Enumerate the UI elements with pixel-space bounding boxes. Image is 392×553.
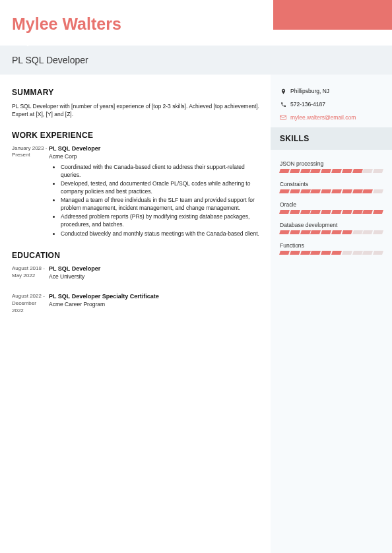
work-bullet: Addressed problem reports (PRs) by modif… [61,213,263,229]
skill-segment [310,251,321,255]
work-bullet: Developed, tested, and documented Oracle… [61,180,263,196]
skill-segment [331,169,342,173]
skill-bar [280,230,383,234]
location-text: Phillipsburg, NJ [290,88,329,94]
skill-bar [280,189,383,193]
skill-segment [290,189,300,193]
skill-segment [373,230,383,234]
skill-segment [331,230,342,234]
skill-segment [352,251,363,255]
skill-item: Functions [280,242,383,255]
skill-item: JSON processing [280,160,383,173]
skill-segment [342,210,352,214]
skill-segment [362,230,373,234]
skill-segment [310,210,321,214]
work-bullets: Coordinated with the Canada-based client… [49,164,263,238]
skill-segment [352,230,363,234]
phone-icon [280,101,286,108]
skill-segment [279,169,290,173]
work-section: WORK EXPERIENCE January 2023 - Present P… [12,131,263,240]
skill-bar [280,210,383,214]
summary-text: PL SQL Developer with [number of years] … [12,102,263,119]
skill-segment [321,189,331,193]
contact-email: mylee.walters@email.com [280,114,383,121]
skill-segment [279,189,290,193]
skill-segment [373,210,383,214]
edu-date: August 2022 - December 2022 [12,293,49,314]
svg-rect-0 [280,115,286,120]
skill-segment [331,251,342,255]
education-entry: August 2022 - December 2022 PL SQL Devel… [12,293,263,314]
skill-item: Constraints [280,181,383,193]
skill-bar [280,169,383,173]
skill-segment [310,189,321,193]
education-heading: EDUCATION [12,251,263,260]
email-text: mylee.walters@email.com [290,114,356,121]
skill-segment [321,251,331,255]
skill-segment [300,210,311,214]
sidebar-column: Phillipsburg, NJ 572-136-4187 mylee.walt… [271,75,392,553]
work-bullet: Conducted biweekly and monthly status me… [61,230,263,238]
edu-title: PL SQL Developer Specialty Certificate [49,293,263,300]
skill-segment [342,189,352,193]
skill-segment [352,169,363,173]
skill-segment [362,251,373,255]
skill-segment [373,251,383,255]
skill-segment [279,251,290,255]
skill-segment [342,251,352,255]
skill-segment [373,189,383,193]
skill-segment [321,230,331,234]
skill-segment [279,210,290,214]
edu-school: Ace University [49,273,263,280]
work-bullet: Managed a team of three individuals in t… [61,197,263,212]
edu-title: PL SQL Developer [49,265,263,272]
skill-segment [310,169,321,173]
skill-segment [300,251,311,255]
skill-segment [290,169,300,173]
skill-segment [342,230,352,234]
work-date: January 2023 - Present [12,145,49,240]
skills-header-bar: SKILLS [271,127,392,150]
skill-segment [290,230,300,234]
summary-heading: SUMMARY [12,88,263,97]
skill-segment [321,210,331,214]
skill-segment [321,169,331,173]
skill-segment [362,189,373,193]
education-entry: August 2018 - May 2022 PL SQL Developer … [12,265,263,284]
skill-segment [362,169,373,173]
skill-name: Constraints [280,181,383,187]
skill-item: Database development [280,222,383,234]
header-accent-block [273,0,392,30]
work-bullet: Coordinated with the Canada-based client… [61,164,263,179]
location-icon [280,88,286,94]
skill-segment [300,189,311,193]
skill-segment [279,230,290,234]
skill-name: Functions [280,242,383,249]
skill-segment [300,169,311,173]
skill-name: JSON processing [280,160,383,167]
skill-item: Oracle [280,201,383,214]
education-section: EDUCATION August 2018 - May 2022 PL SQL … [12,251,263,314]
skills-list: JSON processingConstraintsOracleDatabase… [280,160,383,255]
skill-segment [373,169,383,173]
skill-segment [362,210,373,214]
skill-segment [290,251,300,255]
skill-segment [310,230,321,234]
skill-name: Database development [280,222,383,228]
summary-section: SUMMARY PL SQL Developer with [number of… [12,88,263,119]
phone-text: 572-136-4187 [290,101,325,108]
skills-heading: SKILLS [280,134,383,143]
skill-name: Oracle [280,201,383,208]
contact-phone: 572-136-4187 [280,101,383,108]
skill-segment [331,210,342,214]
work-heading: WORK EXPERIENCE [12,131,263,140]
email-icon [280,114,286,121]
edu-school: Acme Career Program [49,301,263,308]
title-bar: PL SQL Developer [0,46,392,75]
work-company: Acme Corp [49,153,263,160]
skill-segment [352,189,363,193]
contact-location: Phillipsburg, NJ [280,88,383,94]
job-title: PL SQL Developer [12,55,380,65]
skill-segment [342,169,352,173]
skill-segment [331,189,342,193]
